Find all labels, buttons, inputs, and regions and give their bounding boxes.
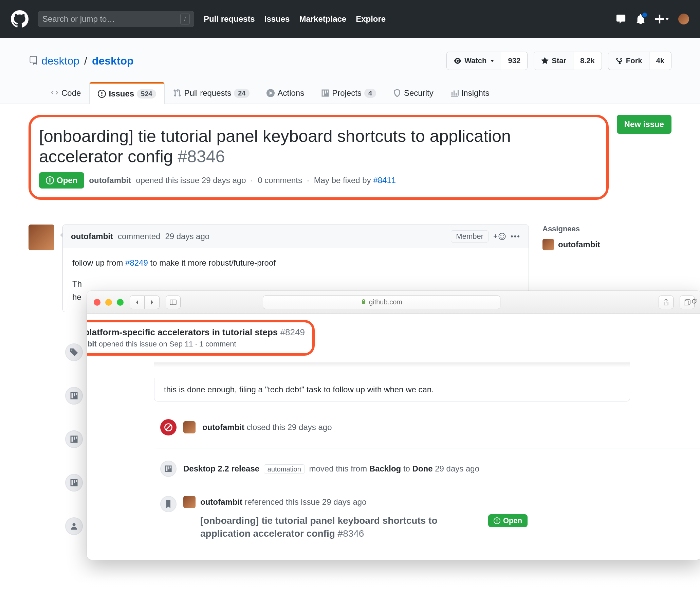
- tab-actions[interactable]: Actions: [258, 82, 313, 104]
- assignee-row[interactable]: outofambit: [542, 239, 671, 250]
- fork-count[interactable]: 4k: [649, 52, 671, 70]
- safari-back-button[interactable]: [130, 296, 145, 309]
- timeline-side-badges: [65, 343, 83, 535]
- hovercard-title[interactable]: Show platform-specific accelerators in t…: [87, 327, 278, 337]
- issue-state-badge: Open: [39, 172, 84, 189]
- tab-issues[interactable]: Issues524: [89, 82, 165, 104]
- event-avatar[interactable]: [183, 421, 196, 433]
- breadcrumb-slash: /: [84, 55, 87, 67]
- safari-forward-button[interactable]: [145, 296, 160, 309]
- github-logo[interactable]: [11, 10, 29, 28]
- assignees-heading[interactable]: Assignees: [542, 225, 671, 233]
- automation-badge: automation: [264, 464, 305, 474]
- inner-comment-body: this is done enough, filing a "tech debt…: [154, 378, 630, 401]
- nav-marketplace[interactable]: Marketplace: [299, 14, 346, 24]
- safari-url-bar[interactable]: github.com: [263, 296, 500, 309]
- comment-author[interactable]: outofambit: [71, 232, 113, 241]
- lock-icon: [361, 298, 366, 306]
- safari-share-button[interactable]: [659, 296, 674, 309]
- play-icon: [266, 89, 275, 97]
- window-traffic-lights[interactable]: [94, 299, 124, 306]
- repo-actions: Watch 932 Star 8.2k Fork 4k: [446, 52, 671, 70]
- star-button[interactable]: Star: [534, 52, 573, 70]
- assignee-avatar: [542, 239, 554, 250]
- add-reaction-button[interactable]: +: [493, 232, 506, 241]
- timeline-closed-event: outofambit closed this 29 days ago: [160, 410, 700, 445]
- tab-security[interactable]: Security: [385, 82, 442, 104]
- code-icon: [51, 89, 59, 97]
- reload-icon[interactable]: [691, 298, 697, 306]
- issue-header-highlight: [onboarding] tie tutorial panel keyboard…: [29, 115, 609, 200]
- svg-point-1: [500, 235, 501, 236]
- create-new-menu[interactable]: [655, 15, 669, 23]
- issue-opened-icon: [46, 176, 54, 184]
- safari-preview-window: github.com Closed Show platform-specific…: [87, 291, 700, 560]
- safari-sidebar-button[interactable]: [166, 296, 181, 309]
- svg-rect-5: [684, 301, 689, 305]
- fork-icon: [615, 57, 623, 65]
- user-avatar-menu[interactable]: [678, 14, 689, 24]
- repo-owner-link[interactable]: desktop: [41, 55, 79, 67]
- tab-projects[interactable]: Projects4: [313, 82, 385, 104]
- referenced-issue-link[interactable]: #8249: [125, 258, 148, 267]
- closed-icon: [160, 419, 177, 435]
- safari-toolbar: github.com: [87, 291, 700, 314]
- referenced-issue-state: Open: [488, 514, 528, 527]
- repo-icon: [29, 56, 38, 66]
- timeline-project-event: Desktop 2.2 release automation moved thi…: [160, 451, 700, 486]
- issues-count: 524: [137, 89, 156, 99]
- comment-menu-button[interactable]: •••: [511, 232, 520, 241]
- tab-pull-requests[interactable]: Pull requests24: [165, 82, 258, 104]
- svg-point-0: [499, 233, 505, 239]
- safari-url-host: github.com: [369, 298, 402, 306]
- global-header: Search or jump to… / Pull requests Issue…: [0, 0, 700, 38]
- graph-icon: [450, 89, 459, 97]
- nav-pull-requests[interactable]: Pull requests: [204, 14, 255, 24]
- issue-title: [onboarding] tie tutorial panel keyboard…: [39, 126, 598, 167]
- search-slash-hint: /: [180, 14, 190, 24]
- star-count[interactable]: 8.2k: [573, 52, 602, 70]
- assignee-name: outofambit: [558, 240, 600, 249]
- event-avatar[interactable]: [183, 496, 196, 508]
- watch-count[interactable]: 932: [501, 52, 528, 70]
- git-pull-request-icon: [173, 89, 181, 97]
- tab-insights[interactable]: Insights: [442, 82, 498, 104]
- comment-author-avatar[interactable]: [29, 225, 54, 250]
- issue-author[interactable]: outofambit: [89, 176, 131, 185]
- svg-rect-3: [170, 300, 176, 305]
- svg-point-2: [503, 235, 504, 236]
- traffic-minimize[interactable]: [105, 299, 112, 306]
- timeline-reference-event: outofambit referenced this issue 29 days…: [160, 486, 700, 550]
- repo-name-link[interactable]: desktop: [92, 55, 134, 67]
- watch-label: Watch: [464, 56, 486, 65]
- project-icon: [65, 387, 83, 405]
- project-icon: [65, 474, 83, 492]
- notifications-bell-icon[interactable]: [635, 14, 646, 24]
- shield-icon: [393, 89, 401, 97]
- repo-header: desktop / desktop Watch 932 Star: [0, 38, 700, 104]
- star-label: Star: [552, 56, 566, 65]
- notifications-chat-icon[interactable]: [616, 14, 626, 24]
- comment-time[interactable]: 29 days ago: [165, 232, 209, 241]
- nav-explore[interactable]: Explore: [356, 14, 386, 24]
- issue-meta: Open outofambit opened this issue 29 day…: [39, 172, 598, 189]
- hovercard-number: #8249: [280, 327, 305, 337]
- hovercard-author[interactable]: outofambit: [87, 340, 97, 348]
- issue-opened-icon: [98, 90, 106, 98]
- caret-down-icon: [491, 60, 494, 62]
- watch-button[interactable]: Watch: [446, 52, 501, 70]
- fix-pr-link[interactable]: #8411: [373, 176, 396, 185]
- tab-code[interactable]: Code: [42, 82, 89, 104]
- label-icon: [65, 343, 83, 361]
- bookmark-icon: [160, 496, 177, 512]
- issue-number: #8346: [178, 147, 225, 166]
- referenced-issue-title[interactable]: [onboarding] tie tutorial panel keyboard…: [200, 514, 479, 540]
- new-issue-button[interactable]: New issue: [617, 115, 671, 134]
- fork-button[interactable]: Fork: [608, 52, 649, 70]
- global-nav-right: [616, 14, 689, 24]
- traffic-zoom[interactable]: [117, 299, 124, 306]
- traffic-close[interactable]: [94, 299, 100, 306]
- person-icon: [65, 517, 83, 535]
- global-search[interactable]: Search or jump to… /: [38, 11, 194, 27]
- nav-issues[interactable]: Issues: [264, 14, 290, 24]
